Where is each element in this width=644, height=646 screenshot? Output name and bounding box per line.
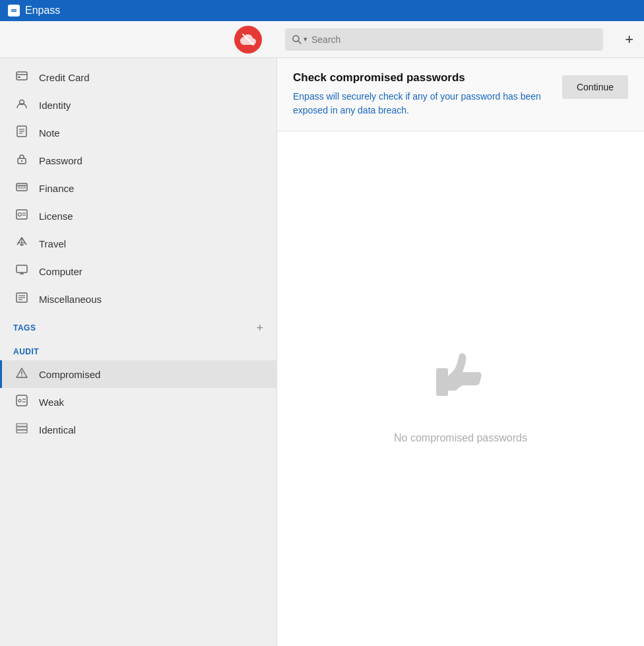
sidebar-item-travel[interactable]: Travel xyxy=(0,230,276,257)
sidebar-item-password-label: Password xyxy=(39,155,82,166)
sidebar-item-note[interactable]: Note xyxy=(0,119,276,146)
sidebar-item-credit-card-label: Credit Card xyxy=(39,72,90,83)
svg-rect-2 xyxy=(11,11,16,13)
sidebar-item-password[interactable]: Password xyxy=(0,146,276,174)
svg-rect-6 xyxy=(16,72,27,80)
svg-rect-8 xyxy=(18,77,20,78)
panel-text: Check compromised passwords Enpass will … xyxy=(293,71,544,117)
warning-icon xyxy=(15,367,28,381)
add-tag-button[interactable]: + xyxy=(256,322,263,334)
sidebar-item-computer-label: Computer xyxy=(39,266,82,277)
thumbs-up-icon xyxy=(424,334,497,420)
sidebar-item-license[interactable]: License xyxy=(0,202,276,230)
svg-rect-41 xyxy=(16,430,27,433)
svg-rect-1 xyxy=(11,9,16,11)
sidebar-item-compromised-label: Compromised xyxy=(39,369,100,380)
svg-rect-35 xyxy=(16,395,27,406)
sidebar-item-computer[interactable]: Computer xyxy=(0,257,276,285)
sidebar-item-finance[interactable]: Finance xyxy=(0,174,276,202)
panel-title: Check compromised passwords xyxy=(293,71,544,84)
finance-icon xyxy=(15,181,28,195)
svg-rect-0 xyxy=(10,7,18,15)
continue-button[interactable]: Continue xyxy=(562,75,628,99)
audit-section-header: AUDIT xyxy=(0,338,276,360)
svg-rect-42 xyxy=(436,368,448,396)
content-area: Check compromised passwords Enpass will … xyxy=(277,58,644,646)
svg-point-34 xyxy=(21,375,22,377)
main-layout: Credit Card Identity Note xyxy=(0,58,644,646)
sidebar-item-identical-label: Identical xyxy=(39,424,76,436)
sidebar-item-identical[interactable]: Identical xyxy=(0,416,276,443)
svg-point-15 xyxy=(21,160,22,162)
sidebar-item-identity[interactable]: Identity xyxy=(0,91,276,119)
sidebar-item-note-label: Note xyxy=(39,127,60,139)
sidebar-item-credit-card[interactable]: Credit Card xyxy=(0,63,276,91)
svg-rect-39 xyxy=(16,424,27,426)
empty-state-text: No compromised passwords xyxy=(394,432,527,444)
search-container: ▾ xyxy=(285,28,603,51)
svg-line-5 xyxy=(298,41,301,44)
computer-icon xyxy=(15,264,28,278)
sidebar-item-travel-label: Travel xyxy=(39,238,66,249)
avatar-button[interactable] xyxy=(234,26,262,53)
password-icon xyxy=(15,153,28,168)
check-panel: Check compromised passwords Enpass will … xyxy=(277,58,644,131)
svg-rect-16 xyxy=(16,183,27,191)
note-icon xyxy=(15,125,28,140)
sidebar-item-weak-label: Weak xyxy=(39,397,64,408)
identical-icon xyxy=(15,422,28,437)
empty-state: No compromised passwords xyxy=(277,131,644,646)
top-bar: ▾ + xyxy=(0,21,644,58)
sidebar-item-compromised[interactable]: Compromised xyxy=(0,360,276,388)
sidebar-item-finance-label: Finance xyxy=(39,183,74,194)
weak-icon xyxy=(15,395,28,409)
svg-rect-26 xyxy=(16,265,27,273)
title-bar: Enpass xyxy=(0,0,644,21)
sidebar: Credit Card Identity Note xyxy=(0,58,277,646)
travel-icon xyxy=(15,236,28,251)
svg-point-36 xyxy=(18,399,21,402)
audit-label: AUDIT xyxy=(13,347,39,356)
svg-point-20 xyxy=(18,213,22,216)
svg-rect-17 xyxy=(18,186,25,188)
search-icon: ▾ xyxy=(292,34,307,45)
tags-label: TAGS xyxy=(13,323,36,333)
search-input[interactable] xyxy=(311,34,596,45)
identity-icon xyxy=(15,98,28,112)
app-title: Enpass xyxy=(25,5,60,16)
sidebar-item-weak[interactable]: Weak xyxy=(0,388,276,416)
sidebar-item-identity-label: Identity xyxy=(39,100,71,111)
panel-description: Enpass will securely check if any of you… xyxy=(293,90,544,117)
sidebar-item-license-label: License xyxy=(39,210,73,222)
add-button[interactable]: + xyxy=(625,32,633,47)
license-icon xyxy=(15,209,28,223)
tags-section-header: TAGS + xyxy=(0,313,276,338)
sidebar-item-miscellaneous[interactable]: Miscellaneous xyxy=(0,285,276,313)
sidebar-item-miscellaneous-label: Miscellaneous xyxy=(39,294,102,305)
miscellaneous-icon xyxy=(15,292,28,306)
credit-card-icon xyxy=(15,70,28,84)
svg-rect-40 xyxy=(16,427,27,430)
app-icon xyxy=(8,5,20,16)
